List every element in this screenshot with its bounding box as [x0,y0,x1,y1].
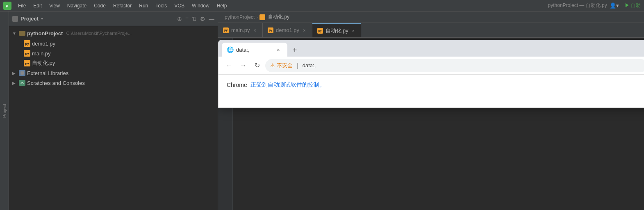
menu-file[interactable]: File [15,2,29,9]
menu-run[interactable]: Run [136,2,151,9]
tab-main-py[interactable]: py main.py × [218,23,263,37]
tab-py-icon: py [268,27,273,33]
browser-tab-title: data:, [236,47,272,53]
external-libraries-section[interactable]: ▶ External Libraries [9,68,218,78]
browser-back-btn[interactable]: ← [223,60,235,71]
main-content: Project Project ▾ ⊕ ≡ ⇅ ⚙ — ▼ pythonProj… [0,11,644,210]
external-libs-icon [19,70,25,76]
file-name: 自动化.py [32,59,55,67]
menu-view[interactable]: View [46,2,63,9]
section-arrow: ▶ [12,81,17,85]
root-arrow: ▼ [12,31,17,36]
sidebar-label: Project [2,104,7,118]
scratches-icon [19,80,25,86]
run-indicator: ▶ 自动 [625,2,641,9]
browser-new-tab-btn[interactable]: + [289,44,300,56]
sidebar-vertical[interactable]: Project [0,11,9,210]
py-file-icon: py [24,40,30,47]
scratches-section[interactable]: ▶ Scratches and Consoles [9,78,218,88]
browser-tab-active[interactable]: 🌐 data:, × [222,43,287,57]
browser-url: data:, [303,62,316,68]
tab-bar: py main.py × py demo1.py × py 自动化.py × [218,23,644,38]
tab-close-automation[interactable]: × [351,28,356,34]
py-file-icon: py [24,50,30,57]
browser-window: 🌐 data:, × + ← → ↻ ⚠ 不安全 | data:, [218,40,644,108]
editor-area: pythonProject › 自动化.py py main.py × py d… [218,11,644,210]
menu-code[interactable]: Code [91,2,109,9]
tab-label: main.py [231,27,250,33]
browser-chrome: 🌐 data:, × + ← → ↻ ⚠ 不安全 | data:, [218,40,644,75]
notice-link-text[interactable]: 正受到自动测试软件的控制。 [250,81,325,89]
automation-notice-link[interactable]: 正受到自动测试软件的控制。 [250,81,325,88]
file-item-main[interactable]: py main.py [9,48,218,58]
tab-close-demo1[interactable]: × [302,27,307,33]
window-title-path: pythonProject — 自动化.py [548,2,607,9]
hide-icon[interactable]: — [209,16,214,22]
menu-edit[interactable]: Edit [30,2,45,9]
menu-refactor[interactable]: Refactor [110,2,135,9]
folder-icon [12,16,18,22]
menu-help[interactable]: Help [214,2,230,9]
breadcrumb-bar: pythonProject › 自动化.py [218,11,644,23]
panel-title: Project [20,16,39,22]
menubar-right: pythonProject — 自动化.py 👤▾ ▶ 自动 [548,2,641,9]
svg-text:P: P [6,4,8,8]
panel-actions: ⊕ ≡ ⇅ ⚙ — [177,16,214,22]
tab-label: 自动化.py [325,27,348,34]
menu-tools[interactable]: Tools [152,2,170,9]
address-separator: | [297,62,298,69]
root-path: C:\Users\Monkit\PycharmProje... [66,31,132,36]
file-name: demo1.py [32,41,55,47]
automation-notice: Chrome 正受到自动测试软件的控制。 [227,81,644,89]
collapse-all-icon[interactable]: ≡ [185,16,189,22]
tab-py-icon: py [317,28,323,34]
scratches-label: Scratches and Consoles [27,80,85,86]
browser-tab-row: 🌐 data:, × + [218,40,644,57]
app-logo: P [3,2,11,10]
section-arrow: ▶ [12,71,17,75]
browser-tab-close-btn[interactable]: × [274,46,282,54]
panel-dropdown-arrow[interactable]: ▾ [41,16,43,21]
menu-vcs[interactable]: VCS [171,2,188,9]
breadcrumb-file-icon [259,14,265,20]
menu-navigate[interactable]: Navigate [64,2,90,9]
tab-demo1-py[interactable]: py demo1.py × [263,23,312,37]
browser-tab-favicon: 🌐 [227,46,234,53]
project-panel-header: Project ▾ ⊕ ≡ ⇅ ⚙ — [9,11,218,26]
browser-forward-btn[interactable]: → [237,60,249,71]
section-name: External Libraries [27,70,68,76]
settings-icon[interactable]: ⚙ [200,16,205,22]
root-name: pythonProject [27,30,63,37]
browser-security-warning: ⚠ 不安全 [270,62,293,69]
breadcrumb-project[interactable]: pythonProject [225,14,255,20]
expand-icon[interactable]: ⇅ [192,16,197,22]
browser-refresh-btn[interactable]: ↻ [251,60,263,71]
browser-toolbar: ← → ↻ ⚠ 不安全 | data:, [218,57,644,75]
file-name: main.py [32,50,51,57]
breadcrumb-file[interactable]: 自动化.py [268,14,289,21]
code-editor: 1 2 3 4 from selenium import webdriver #… [218,38,644,210]
browser-content: Chrome 正受到自动测试软件的控制。 [218,75,644,107]
menubar: P File Edit View Navigate Code Refactor … [0,0,644,11]
notice-chrome-text: Chrome [227,82,247,88]
file-item-automation[interactable]: py 自动化.py [9,58,218,68]
tab-automation-py[interactable]: py 自动化.py × [312,23,362,37]
breadcrumb-sep: › [256,15,258,20]
project-panel: Project ▾ ⊕ ≡ ⇅ ⚙ — ▼ pythonProject C:\U… [9,11,218,210]
tab-close-main[interactable]: × [253,27,257,33]
tab-py-icon: py [223,27,229,33]
file-item-demo1[interactable]: py demo1.py [9,39,218,48]
account-icon[interactable]: 👤▾ [610,2,619,9]
root-folder-icon [19,31,25,36]
menu-window[interactable]: Window [189,2,213,9]
browser-address-bar[interactable]: ⚠ 不安全 | data:, [265,59,644,72]
project-root[interactable]: ▼ pythonProject C:\Users\Monkit\PycharmP… [9,28,218,39]
py-file-icon: py [24,60,30,66]
project-tree: ▼ pythonProject C:\Users\Monkit\PycharmP… [9,26,218,210]
locate-icon[interactable]: ⊕ [177,16,182,22]
tab-label: demo1.py [276,27,299,33]
